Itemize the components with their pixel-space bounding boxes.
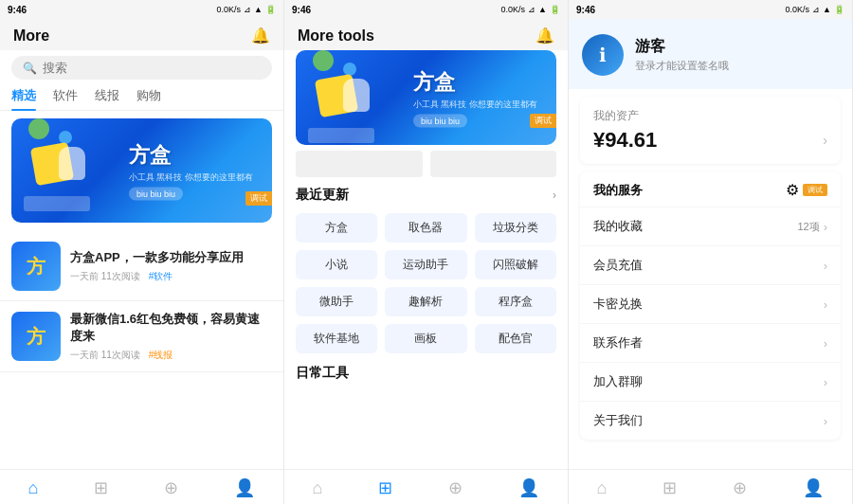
header-1: More 🔔	[0, 19, 283, 50]
user-icon-2: 👤	[518, 477, 539, 498]
service-item-2[interactable]: 卡密兑换 ›	[580, 285, 841, 324]
panel-title-2: More tools	[298, 27, 374, 45]
network-speed-1: 0.0K/s	[217, 5, 242, 14]
nav-profile-2[interactable]: 👤	[518, 477, 539, 498]
banner-btn-1[interactable]: biu biu biu	[129, 188, 183, 201]
banner-subtitle-1: 小工具 黑科技 你想要的这里都有	[129, 171, 253, 184]
signal-icon-2: ⊿	[528, 5, 535, 14]
scroll-area-2: 方盒 小工具 黑科技 你想要的这里都有 biu biu biu 调试 最近更新 …	[284, 50, 568, 469]
arrow-icon-3: ›	[824, 336, 827, 351]
tab-deals[interactable]: 线报	[95, 87, 119, 110]
card-title-1: 方盒APP，一款多功能分享应用	[70, 249, 272, 266]
search-bar-1[interactable]: 🔍	[11, 56, 272, 80]
asset-value: ¥94.61	[593, 128, 657, 153]
tool-item-3[interactable]: 小说	[296, 250, 377, 279]
nav-profile-3[interactable]: 👤	[803, 477, 824, 498]
gear-icon[interactable]: ⚙	[786, 181, 799, 199]
nav-home-3[interactable]: ⌂	[597, 478, 608, 498]
panel-more: 9:46 0.0K/s ⊿ ▲ 🔋 More 🔔 🔍 精选 软件 线报 购物	[0, 0, 284, 504]
service-item-3[interactable]: 联系作者 ›	[580, 324, 841, 363]
avatar[interactable]: ℹ	[582, 34, 624, 76]
arrow-icon-1: ›	[824, 259, 827, 273]
panel-title-1: More	[13, 27, 49, 45]
user-icon-3: 👤	[803, 477, 824, 498]
wifi-icon-1: ▲	[254, 5, 263, 14]
banner-decoration-2	[303, 58, 379, 145]
service-item-4[interactable]: 加入群聊 ›	[580, 363, 841, 402]
banner-2: 方盒 小工具 黑科技 你想要的这里都有 biu biu biu 调试	[296, 50, 556, 145]
service-item-1[interactable]: 会员充值 ›	[580, 246, 841, 285]
signal-icon-3: ⊿	[812, 5, 820, 14]
nav-home-1[interactable]: ⌂	[28, 478, 39, 498]
tool-item-0[interactable]: 方盒	[296, 213, 377, 243]
tool-item-8[interactable]: 程序盒	[475, 287, 556, 316]
card-body-1: 方盒APP，一款多功能分享应用 一天前 11次阅读 #软件	[70, 249, 272, 283]
grid-icon-3: ⊞	[662, 477, 677, 498]
tool-item-6[interactable]: 微助手	[296, 287, 377, 316]
tool-item-1[interactable]: 取色器	[385, 213, 466, 243]
card-item-1[interactable]: 方 方盒APP，一款多功能分享应用 一天前 11次阅读 #软件	[0, 232, 283, 301]
arrow-icon-0: ›	[824, 220, 827, 234]
nav-add-3[interactable]: ⊕	[733, 477, 747, 498]
nav-home-2[interactable]: ⌂	[313, 478, 323, 498]
arrow-icon-2: ›	[824, 297, 827, 312]
nav-grid-3[interactable]: ⊞	[662, 477, 677, 498]
header-2: More tools 🔔	[284, 19, 568, 50]
service-header: 我的服务 ⚙ 调试	[580, 171, 841, 207]
banner-title-1: 方盒	[129, 141, 253, 170]
nav-grid-2[interactable]: ⊞	[378, 477, 392, 498]
service-item-5[interactable]: 关于我们 ›	[580, 402, 841, 440]
home-icon-2: ⌂	[313, 478, 323, 498]
placeholder-left-2	[296, 151, 423, 177]
asset-box[interactable]: 我的资产 ¥94.61 ›	[580, 97, 841, 164]
service-title: 我的服务	[593, 182, 643, 199]
daily-section: 日常工具	[284, 365, 568, 382]
asset-row: ¥94.61 ›	[593, 128, 827, 153]
card-thumb-1: 方	[11, 242, 61, 291]
tool-item-7[interactable]: 趣解析	[385, 287, 466, 316]
tool-item-10[interactable]: 画板	[385, 324, 466, 353]
nav-add-2[interactable]: ⊕	[448, 477, 463, 498]
deco-platform-2	[308, 128, 374, 143]
profile-header: ℹ 游客 登录才能设置签名哦	[569, 19, 852, 89]
deco-person-1	[59, 147, 85, 180]
placeholder-row-2	[284, 151, 568, 177]
bell-icon-2[interactable]: 🔔	[535, 27, 554, 45]
grid-icon-2: ⊞	[378, 477, 392, 498]
tabs-1: 精选 软件 线报 购物	[0, 87, 283, 111]
service-item-0[interactable]: 我的收藏 12项 ›	[580, 207, 841, 246]
asset-arrow-icon: ›	[823, 133, 827, 148]
tab-shopping[interactable]: 购物	[136, 87, 161, 110]
service-item-right-0: 12项 ›	[797, 220, 827, 234]
nav-grid-1[interactable]: ⊞	[94, 477, 108, 498]
tool-item-2[interactable]: 垃圾分类	[475, 213, 556, 243]
home-icon-1: ⌂	[28, 478, 39, 498]
tool-item-9[interactable]: 软件基地	[296, 324, 377, 353]
service-header-right: ⚙ 调试	[786, 181, 827, 199]
card-title-2: 最新微信1.6红包免费领，容易黄速度来	[70, 311, 272, 345]
section-more-recent[interactable]: ›	[553, 189, 556, 202]
card-thumb-2: 方	[11, 312, 61, 361]
tool-item-11[interactable]: 配色官	[475, 324, 556, 353]
tool-item-5[interactable]: 闪照破解	[475, 250, 556, 279]
nav-add-1[interactable]: ⊕	[164, 477, 178, 498]
nav-profile-1[interactable]: 👤	[234, 477, 255, 498]
tab-software[interactable]: 软件	[53, 87, 78, 110]
card-item-2[interactable]: 方 最新微信1.6红包免费领，容易黄速度来 一天前 11次阅读 #线报	[0, 301, 283, 372]
tab-featured[interactable]: 精选	[11, 87, 36, 110]
asset-label: 我的资产	[593, 108, 827, 124]
deco-person-2	[343, 79, 370, 112]
tool-item-4[interactable]: 运动助手	[385, 250, 466, 279]
wifi-icon-2: ▲	[538, 5, 547, 14]
profile-subtitle: 登录才能设置签名哦	[635, 59, 729, 73]
status-icons-1: 0.0K/s ⊿ ▲ 🔋	[217, 5, 276, 14]
bottom-nav-3: ⌂ ⊞ ⊕ 👤	[569, 469, 852, 504]
home-icon-3: ⌂	[597, 478, 608, 498]
search-input-1[interactable]	[43, 61, 261, 75]
banner-btn-2[interactable]: biu biu biu	[413, 115, 467, 128]
status-bar-1: 9:46 0.0K/s ⊿ ▲ 🔋	[0, 0, 283, 19]
bell-icon-1[interactable]: 🔔	[251, 27, 270, 45]
section-header-daily: 日常工具	[296, 365, 556, 382]
profile-info: 游客 登录才能设置签名哦	[635, 37, 729, 73]
signal-icon-1: ⊿	[244, 5, 251, 14]
